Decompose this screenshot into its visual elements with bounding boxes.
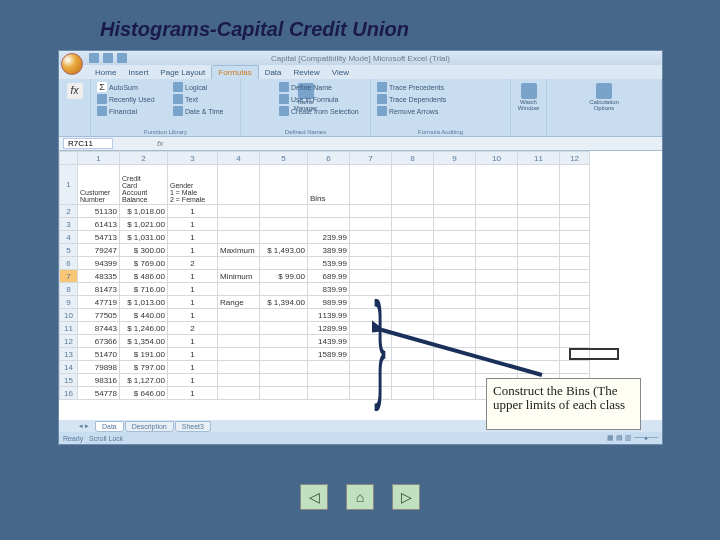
col-9[interactable]: 9 [434, 152, 476, 165]
cell[interactable]: $ 797.00 [120, 361, 168, 374]
cell[interactable]: 1 [168, 309, 218, 322]
col-12[interactable]: 12 [560, 152, 590, 165]
cell[interactable] [260, 165, 308, 205]
cell[interactable]: 2 [168, 322, 218, 335]
row-1[interactable]: 1 [60, 165, 78, 205]
row-hdr[interactable]: 8 [60, 283, 78, 296]
cell[interactable]: 989.99 [308, 296, 350, 309]
ws-tab-data[interactable]: Data [95, 421, 124, 432]
save-icon[interactable] [89, 53, 99, 63]
tab-review[interactable]: Review [288, 66, 326, 79]
cell[interactable]: 77505 [78, 309, 120, 322]
define-name-button[interactable]: Define Name [277, 81, 361, 93]
row-hdr[interactable]: 15 [60, 374, 78, 387]
cell[interactable]: 1439.99 [308, 335, 350, 348]
cell[interactable]: 1 [168, 283, 218, 296]
cell[interactable]: 51130 [78, 205, 120, 218]
cell[interactable]: 67366 [78, 335, 120, 348]
cell[interactable]: 54713 [78, 231, 120, 244]
cell[interactable]: 47719 [78, 296, 120, 309]
cell[interactable]: 79898 [78, 361, 120, 374]
cell[interactable]: 94399 [78, 257, 120, 270]
cell[interactable]: 81473 [78, 283, 120, 296]
cell[interactable]: 2 [168, 257, 218, 270]
cell[interactable]: 61413 [78, 218, 120, 231]
cell[interactable]: 1 [168, 296, 218, 309]
cell[interactable]: $ 716.00 [120, 283, 168, 296]
tab-formulas[interactable]: Formulas [211, 65, 258, 79]
insert-function-button[interactable]: fx [63, 81, 86, 101]
tab-nav-icons[interactable]: ◂ ▸ [79, 422, 89, 430]
trace-precedents-button[interactable]: Trace Precedents [375, 81, 506, 93]
home-slide-button[interactable]: ⌂ [346, 484, 374, 510]
cell[interactable] [476, 165, 518, 205]
undo-icon[interactable] [103, 53, 113, 63]
cell[interactable]: $ 1,493.00 [260, 244, 308, 257]
hdr-customer[interactable]: Customer Number [78, 165, 120, 205]
row-hdr[interactable]: 7 [60, 270, 78, 283]
quick-access-toolbar[interactable] [89, 53, 127, 63]
use-in-formula-button[interactable]: Use in Formula [277, 93, 361, 105]
cell[interactable]: 1 [168, 335, 218, 348]
trace-dependents-button[interactable]: Trace Dependents [375, 93, 506, 105]
cell[interactable]: $ 1,394.00 [260, 296, 308, 309]
tab-page-layout[interactable]: Page Layout [154, 66, 211, 79]
cell[interactable]: 1 [168, 270, 218, 283]
col-6[interactable]: 6 [308, 152, 350, 165]
cell[interactable]: 98316 [78, 374, 120, 387]
row-hdr[interactable]: 12 [60, 335, 78, 348]
cell[interactable]: 87443 [78, 322, 120, 335]
cell[interactable]: 1 [168, 361, 218, 374]
cell[interactable]: 1289.99 [308, 322, 350, 335]
row-hdr[interactable]: 3 [60, 218, 78, 231]
cell[interactable]: 1 [168, 205, 218, 218]
tab-view[interactable]: View [326, 66, 355, 79]
name-box[interactable]: R7C11 [63, 138, 113, 149]
cell[interactable] [350, 165, 392, 205]
cell[interactable]: $ 191.00 [120, 348, 168, 361]
cell[interactable]: Minimum [218, 270, 260, 283]
cell[interactable]: $ 1,018.00 [120, 205, 168, 218]
cell[interactable] [392, 165, 434, 205]
view-zoom-controls[interactable]: ▦ ▤ ▥ ──●── [607, 434, 658, 442]
col-4[interactable]: 4 [218, 152, 260, 165]
text-button[interactable]: Text [171, 93, 226, 105]
cell[interactable]: $ 1,246.00 [120, 322, 168, 335]
row-hdr[interactable]: 6 [60, 257, 78, 270]
col-2[interactable]: 2 [120, 152, 168, 165]
ws-tab-description[interactable]: Description [125, 421, 174, 432]
create-from-selection-button[interactable]: Create from Selection [277, 105, 361, 117]
prev-slide-button[interactable]: ◁ [300, 484, 328, 510]
col-11[interactable]: 11 [518, 152, 560, 165]
hdr-gender[interactable]: Gender 1 = Male 2 = Female [168, 165, 218, 205]
cell[interactable]: Range [218, 296, 260, 309]
row-hdr[interactable]: 9 [60, 296, 78, 309]
hdr-balance[interactable]: Credit Card Account Balance [120, 165, 168, 205]
cell[interactable]: 48335 [78, 270, 120, 283]
row-hdr[interactable]: 4 [60, 231, 78, 244]
cell[interactable]: $ 646.00 [120, 387, 168, 400]
cell[interactable]: 1 [168, 231, 218, 244]
cell[interactable]: 54778 [78, 387, 120, 400]
date-time-button[interactable]: Date & Time [171, 105, 226, 117]
cell[interactable]: 79247 [78, 244, 120, 257]
col-7[interactable]: 7 [350, 152, 392, 165]
cell[interactable]: $ 440.00 [120, 309, 168, 322]
cell[interactable]: $ 1,013.00 [120, 296, 168, 309]
cell[interactable]: 839.99 [308, 283, 350, 296]
watch-window-button[interactable]: Watch Window [515, 81, 542, 113]
tab-home[interactable]: Home [89, 66, 122, 79]
cell[interactable] [434, 165, 476, 205]
cell[interactable]: 1 [168, 387, 218, 400]
cell[interactable]: 1 [168, 244, 218, 257]
cell[interactable] [518, 165, 560, 205]
cell[interactable]: Maximum [218, 244, 260, 257]
tab-data[interactable]: Data [259, 66, 288, 79]
cell[interactable]: $ 769.00 [120, 257, 168, 270]
row-hdr[interactable]: 14 [60, 361, 78, 374]
cell[interactable]: 51470 [78, 348, 120, 361]
cell[interactable] [560, 165, 590, 205]
remove-arrows-button[interactable]: Remove Arrows [375, 105, 506, 117]
logical-button[interactable]: Logical [171, 81, 226, 93]
ws-tab-sheet3[interactable]: Sheet3 [175, 421, 211, 432]
